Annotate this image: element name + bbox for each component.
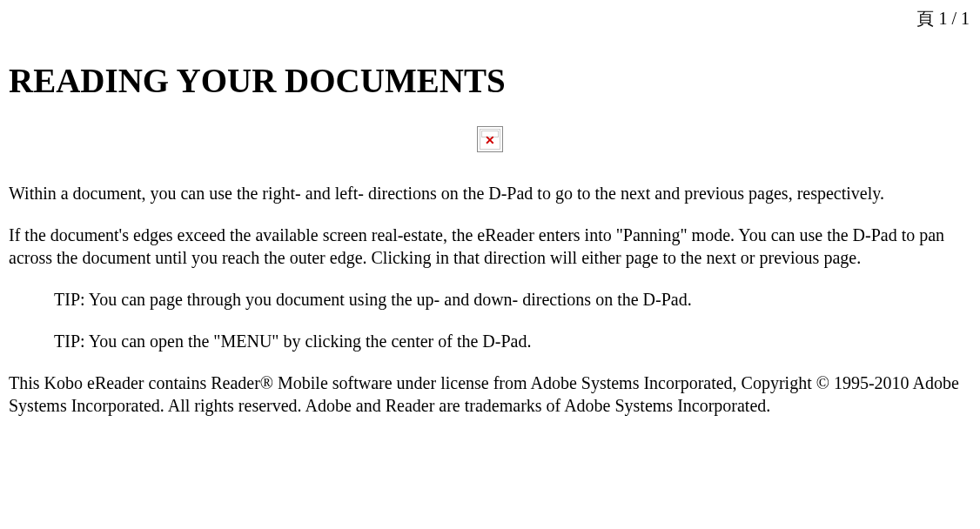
document-title: READING YOUR DOCUMENTS xyxy=(9,61,971,100)
paragraph-navigation: Within a document, you can use the right… xyxy=(9,182,971,204)
paragraph-panning: If the document's edges exceed the avail… xyxy=(9,224,971,269)
paragraph-license: This Kobo eReader contains Reader® Mobil… xyxy=(9,372,971,417)
tip-paging: TIP: You can page through you document u… xyxy=(54,288,971,311)
page-indicator: 頁 1 / 1 xyxy=(916,7,970,30)
broken-image-icon: ✕ xyxy=(477,126,503,152)
tip-menu: TIP: You can open the "MENU" by clicking… xyxy=(54,330,971,352)
image-placeholder-container: ✕ xyxy=(9,126,971,156)
tips-block: TIP: You can page through you document u… xyxy=(54,288,971,352)
